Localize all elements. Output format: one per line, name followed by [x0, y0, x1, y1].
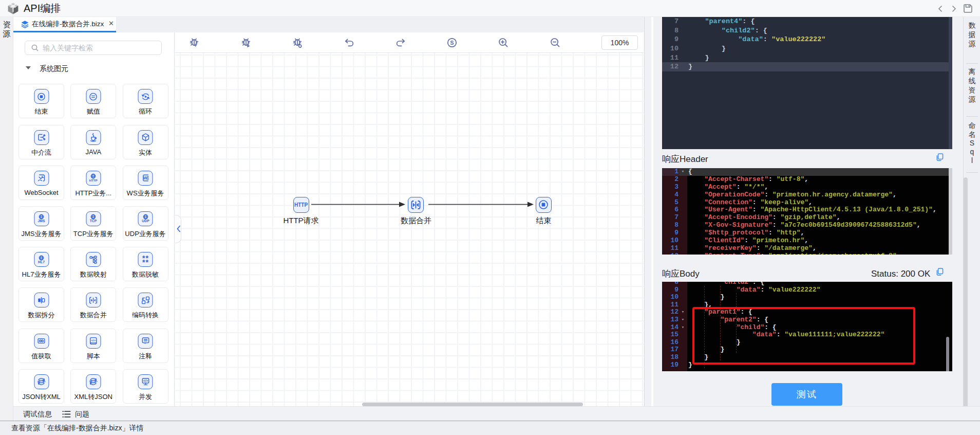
svg-text:HTTP: HTTP [89, 179, 98, 183]
svg-text:XML-json: XML-json [89, 380, 98, 383]
svg-text:json-XML: json-XML [37, 380, 46, 383]
svg-text:</>: </> [143, 379, 148, 383]
svg-text:JMS: JMS [38, 220, 45, 223]
svg-text:TCP: TCP [90, 220, 97, 223]
svg-text:UDP: UDP [142, 220, 149, 223]
svg-text:</>: </> [91, 339, 96, 342]
svg-text:HL7: HL7 [38, 260, 45, 264]
svg-text:**: ** [142, 258, 149, 264]
